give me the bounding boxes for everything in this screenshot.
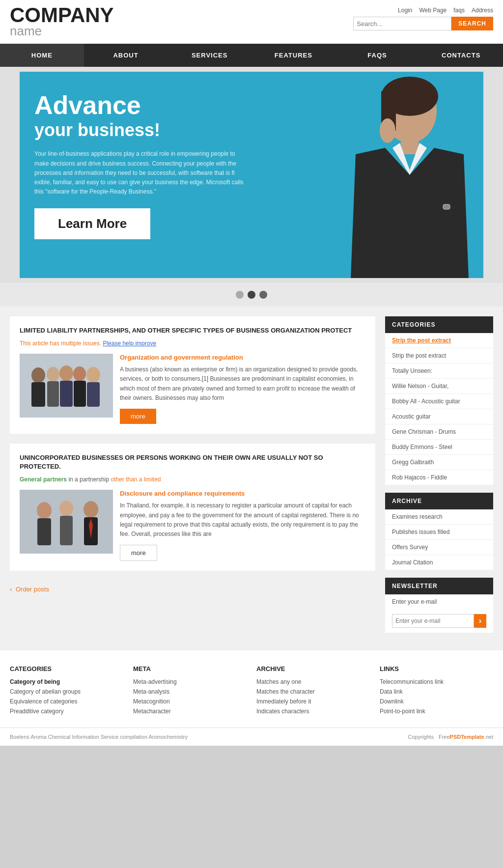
svg-point-8 (31, 367, 45, 383)
sidebar-cat-8[interactable]: Buddy Emmons - Steel (385, 440, 493, 455)
newsletter-email-input[interactable] (392, 614, 474, 628)
logo-company[interactable]: COMPANY (10, 5, 114, 26)
bottom-right: Copyrights FreePSDTemplate.net (408, 734, 493, 740)
footer-links: LINKS Telecommunications link Data link … (380, 665, 493, 718)
sidebar-archive-header: ARCHIVE (385, 493, 493, 509)
nav-services[interactable]: SERVICES (168, 44, 252, 67)
article-2-more-button[interactable]: more (120, 545, 157, 561)
sidebar-newsletter: NEWSLETTER Enter your e-mail › (385, 578, 493, 633)
article-2-green: General partners (20, 476, 67, 483)
search-input[interactable] (353, 17, 451, 30)
sidebar-cat-3[interactable]: Totally Unseen: (385, 364, 493, 379)
svg-point-16 (86, 367, 100, 383)
footer-archive-2[interactable]: Matches the character (256, 688, 370, 695)
article-1-text-block: Organization and government regulation A… (120, 354, 365, 424)
footer-cat-1[interactable]: Category of being (10, 678, 123, 685)
footer-link-1[interactable]: Telecommunications link (380, 678, 493, 685)
sidebar-cat-7[interactable]: Gene Chrisman - Drums (385, 424, 493, 440)
hero-subtitle: your business! (34, 119, 251, 140)
footer-meta: META Meta-advertising Meta-analysis Meta… (133, 665, 247, 718)
article-1-notice-link[interactable]: Please help improve (103, 340, 156, 347)
sidebar-cat-10[interactable]: Rob Hajacos - Fiddle (385, 470, 493, 485)
newsletter-label: Enter your e-mail (385, 594, 493, 609)
footer-archive-4[interactable]: Indicates characters (256, 708, 370, 715)
top-link-login[interactable]: Login (398, 7, 412, 14)
header-right: Login Web Page faqs Address SEARCH (353, 7, 493, 30)
sidebar-archive: ARCHIVE Examines research Publishes issu… (385, 493, 493, 570)
footer-archive-3[interactable]: Immediately before it (256, 698, 370, 705)
search-button[interactable]: SEARCH (451, 17, 493, 30)
slider-dot-3[interactable] (259, 291, 267, 299)
hero-description: Your line-of-business applications play … (34, 149, 251, 196)
order-posts-label[interactable]: Order posts (16, 586, 49, 593)
psd-brand: PSDTemplate (450, 734, 484, 740)
footer-meta-2[interactable]: Meta-analysis (133, 688, 247, 695)
order-posts-arrow: ‹ (10, 586, 12, 593)
sidebar-cat-1[interactable]: Strip the post extract (385, 333, 493, 348)
svg-rect-6 (443, 204, 450, 209)
svg-rect-17 (87, 382, 100, 407)
sidebar-cat-5[interactable]: Bobby All - Acoustic guitar (385, 394, 493, 409)
sidebar-archive-4[interactable]: Journal Citation (385, 555, 493, 570)
footer-link-3[interactable]: Downlink (380, 698, 493, 705)
footer-cat-4[interactable]: Preadditive category (10, 708, 123, 715)
svg-point-19 (37, 502, 52, 519)
article-2-image (20, 490, 113, 554)
footer-link-4[interactable]: Point-to-point link (380, 708, 493, 715)
sidebar-cat-2[interactable]: Strip the post extract (385, 348, 493, 364)
top-link-address[interactable]: Address (472, 7, 493, 14)
article-1-more-button[interactable]: more (120, 409, 156, 424)
footer-meta-title: META (133, 665, 247, 672)
newsletter-form: › (385, 609, 493, 633)
logo-area: COMPANY name (10, 5, 114, 39)
article-2-text-block: Disclosure and compliance requirements I… (120, 490, 365, 561)
article-2-highlight: General partners in a partnership other … (20, 476, 365, 483)
article-2-section-title: Disclosure and compliance requirements (120, 490, 365, 497)
order-posts[interactable]: ‹ Order posts (10, 581, 375, 596)
nav-faqs[interactable]: FAQS (335, 44, 419, 67)
footer-meta-1[interactable]: Meta-advertising (133, 678, 247, 685)
article-1: LIMITED LIABILITY PARTNERSHIPS, AND OTHE… (10, 316, 375, 434)
main-nav: HOME ABOUT SERVICES FEATURES FAQS CONTAC… (0, 44, 503, 67)
footer-categories-title: CATEGORIES (10, 665, 123, 672)
main-content: LIMITED LIABILITY PARTNERSHIPS, AND OTHE… (0, 307, 503, 650)
sidebar-cat-6[interactable]: Acoustic guitar (385, 409, 493, 424)
sidebar-categories: CATEGORIES Strip the post extract Strip … (385, 316, 493, 485)
article-2: UNINCORPORATED BUSINESSES OR PERSONS WOR… (10, 444, 375, 571)
footer-archive-title: ARCHIVE (256, 665, 370, 672)
sidebar-cat-4[interactable]: Willie Nelson - Guitar, (385, 379, 493, 394)
slider-dot-2[interactable] (248, 291, 255, 299)
sidebar-archive-1[interactable]: Examines research (385, 509, 493, 525)
footer-meta-3[interactable]: Metacognition (133, 698, 247, 705)
sidebar-archive-2[interactable]: Publishes issues filled (385, 525, 493, 540)
learn-more-button[interactable]: Learn More (34, 208, 150, 239)
nav-about[interactable]: ABOUT (84, 44, 168, 67)
top-link-faqs[interactable]: faqs (453, 7, 465, 14)
newsletter-submit-button[interactable]: › (474, 614, 486, 628)
slider-dots (0, 283, 503, 307)
footer-cat-2[interactable]: Category of abelian groups (10, 688, 123, 695)
svg-point-14 (73, 366, 86, 381)
slider-dot-1[interactable] (236, 291, 244, 299)
article-1-body: Organization and government regulation A… (20, 354, 365, 424)
footer-categories: CATEGORIES Category of being Category of… (10, 665, 123, 718)
top-link-webpage[interactable]: Web Page (419, 7, 447, 14)
footer: CATEGORIES Category of being Category of… (0, 650, 503, 728)
top-links: Login Web Page faqs Address (398, 7, 493, 14)
sidebar-archive-3[interactable]: Offers Survey (385, 540, 493, 555)
footer-link-2[interactable]: Data link (380, 688, 493, 695)
nav-home[interactable]: HOME (0, 44, 84, 67)
footer-archive-1[interactable]: Matches any one (256, 678, 370, 685)
sidebar-newsletter-header: NEWSLETTER (385, 578, 493, 594)
nav-contacts[interactable]: CONTACTS (419, 44, 503, 67)
svg-point-23 (84, 501, 98, 518)
svg-point-12 (59, 365, 73, 381)
sidebar-cat-9[interactable]: Gregg Galbraith (385, 455, 493, 470)
article-2-body: Disclosure and compliance requirements I… (20, 490, 365, 561)
footer-cat-3[interactable]: Equivalence of categories (10, 698, 123, 705)
sidebar: CATEGORIES Strip the post extract Strip … (385, 316, 493, 641)
footer-meta-4[interactable]: Metacharacter (133, 708, 247, 715)
nav-features[interactable]: FEATURES (252, 44, 335, 67)
article-1-image (20, 354, 113, 418)
article-2-orange: other than a limited (111, 476, 161, 483)
